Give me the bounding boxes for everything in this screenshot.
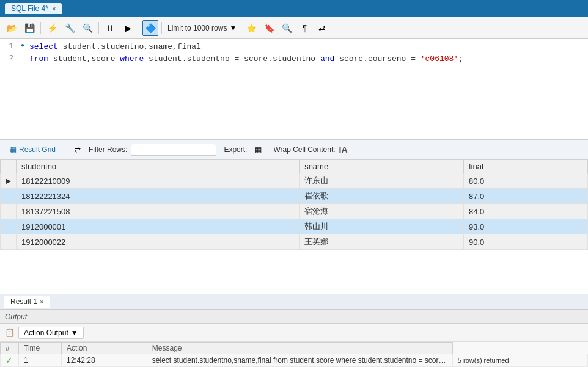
log-message: 5 row(s) returned — [452, 354, 587, 367]
explain-btn[interactable]: 🔧 — [62, 20, 78, 36]
wrap-btn[interactable]: ⇄ — [314, 20, 330, 36]
filter-input[interactable] — [131, 144, 216, 156]
export-grid-icon: ▦ — [255, 145, 262, 154]
col-studentno-header[interactable]: studentno — [17, 160, 300, 173]
row-indicator — [1, 189, 17, 204]
stop-btn[interactable]: ⏸ — [102, 20, 118, 36]
table-row[interactable]: 1912000001 韩山川 93.0 — [1, 219, 588, 234]
log-status: ✓ — [1, 354, 19, 367]
search2-btn[interactable]: 🔍 — [279, 20, 295, 36]
cell-sname: 王英娜 — [300, 234, 464, 250]
limit-dropdown-arrow[interactable]: ▼ — [229, 24, 237, 32]
filter-label: Filter Rows: — [89, 145, 127, 154]
table-row[interactable]: 1912000022 王英娜 90.0 — [1, 234, 588, 250]
grid-header-row: studentno sname final — [1, 160, 588, 173]
output-section: Output 📋 Action Output ▼ # Time Action M… — [0, 310, 588, 367]
result1-tab-close[interactable]: × — [40, 298, 43, 305]
export-icon-btn[interactable]: ▦ — [251, 144, 266, 156]
col-message-header: Message — [147, 343, 452, 354]
action-output-btn[interactable]: Action Output ▼ — [18, 327, 84, 339]
cell-studentno: 18122221324 — [17, 189, 300, 204]
toolbar-sep-5 — [240, 22, 240, 34]
cell-sname: 许东山 — [300, 173, 464, 189]
result-toolbar: ▦ Result Grid ⇄ Filter Rows: Export: ▦ W… — [0, 140, 588, 159]
output-header: Output — [0, 310, 588, 324]
editor-line-2: 2 from student,score where student.stude… — [0, 54, 588, 66]
bottom-tabs: Result 1 × — [0, 294, 588, 310]
col-final-header[interactable]: final — [463, 160, 587, 173]
cell-final: 93.0 — [463, 219, 587, 234]
cell-studentno: 18137221508 — [17, 204, 300, 219]
log-action: select student.studentno,sname,final fro… — [147, 354, 452, 367]
col-indicator-header — [1, 160, 17, 173]
result-grid-btn[interactable]: ▦ Result Grid — [5, 143, 60, 156]
output-header-label: Output — [5, 313, 27, 321]
result-grid: studentno sname final ▶ 18122210009 许东山 … — [0, 159, 588, 250]
cell-final: 87.0 — [463, 189, 587, 204]
sql-file-tab[interactable]: SQL File 4* × — [5, 3, 62, 14]
table-row[interactable]: 18137221508 宿沧海 84.0 — [1, 204, 588, 219]
row-indicator: ▶ — [1, 173, 17, 189]
data-grid-wrapper: studentno sname final ▶ 18122210009 许东山 … — [0, 159, 588, 250]
line-code-2: from student,score where student.student… — [27, 54, 588, 64]
row-indicator — [1, 234, 17, 250]
row-indicator — [1, 219, 17, 234]
main-toolbar: 📂 💾 ⚡ 🔧 🔍 ⏸ ▶ 🔷 Limit to 1000 rows ▼ ⭐ 🔖… — [0, 17, 588, 39]
editor-spacer — [0, 250, 588, 294]
row-indicator — [1, 204, 17, 219]
action-dropdown-arrow: ▼ — [71, 329, 78, 337]
editor-line-1: 1 ● select student.studentno,sname,final — [0, 42, 588, 54]
line-code-1: select student.studentno,sname,final — [27, 42, 588, 51]
form-icon: ⇄ — [75, 145, 81, 154]
grid-body: ▶ 18122210009 许东山 80.0 18122221324 崔依歌 8… — [1, 173, 588, 250]
toolbar-sep-3 — [139, 22, 139, 34]
clipboard-icon: 📋 — [5, 328, 15, 337]
cell-studentno: 1912000001 — [17, 219, 300, 234]
result1-tab[interactable]: Result 1 × — [4, 296, 50, 308]
export-btn[interactable]: 🔖 — [261, 20, 277, 36]
kw-where: where — [120, 54, 144, 64]
toolbar-sep-4 — [161, 22, 162, 34]
star-btn[interactable]: ⭐ — [243, 20, 259, 36]
cell-final: 84.0 — [463, 204, 587, 219]
table-row[interactable]: ▶ 18122210009 许东山 80.0 — [1, 173, 588, 189]
table-row[interactable]: 18122221324 崔依歌 87.0 — [1, 189, 588, 204]
active-btn[interactable]: 🔷 — [142, 20, 158, 36]
format-btn[interactable]: ¶ — [296, 20, 312, 36]
close-tab-icon[interactable]: × — [52, 5, 56, 12]
col-sname-header[interactable]: sname — [300, 160, 464, 173]
wrap-label: Wrap Cell Content: — [273, 145, 335, 154]
cell-studentno: 18122210009 — [17, 173, 300, 189]
action-log-body: ✓ 1 12:42:28 select student.studentno,sn… — [1, 354, 588, 367]
output-toolbar: 📋 Action Output ▼ — [0, 324, 588, 342]
kw-select: select — [29, 42, 58, 51]
line-num-2: 2 — [0, 54, 18, 63]
cell-sname: 宿沧海 — [300, 204, 464, 219]
dot-icon: ● — [21, 42, 24, 49]
execute-btn[interactable]: ⚡ — [44, 20, 60, 36]
title-bar: SQL File 4* × — [0, 0, 588, 17]
col-num-header: # — [1, 343, 19, 354]
action-output-label: Action Output — [24, 329, 68, 337]
action-log-header: # Time Action Message — [1, 343, 588, 354]
tab-label: SQL File 4* — [11, 4, 48, 13]
result1-tab-label: Result 1 — [10, 297, 37, 306]
cell-sname: 韩山川 — [300, 219, 464, 234]
open-file-btn[interactable]: 📂 — [4, 20, 20, 36]
export-label: Export: — [224, 145, 247, 154]
action-log-table: # Time Action Message ✓ 1 12:42:28 selec… — [0, 342, 588, 367]
find-btn[interactable]: 🔍 — [79, 20, 95, 36]
kw-and: and — [320, 54, 334, 64]
toolbar-sep-1 — [40, 22, 41, 34]
limit-label: Limit to 1000 rows — [167, 24, 227, 32]
col-action-header: Action — [62, 343, 147, 354]
main-content: 1 ● select student.studentno,sname,final… — [0, 39, 588, 367]
form-editor-btn[interactable]: ⇄ — [70, 144, 85, 156]
result-sep-1 — [65, 144, 65, 156]
run-selected-btn[interactable]: ▶ — [120, 20, 136, 36]
line-indicator-1: ● — [18, 42, 27, 49]
result-grid-label: Result Grid — [19, 145, 56, 154]
save-btn[interactable]: 💾 — [21, 20, 37, 36]
line-num-1: 1 — [0, 42, 18, 51]
sql-editor[interactable]: 1 ● select student.studentno,sname,final… — [0, 39, 588, 140]
